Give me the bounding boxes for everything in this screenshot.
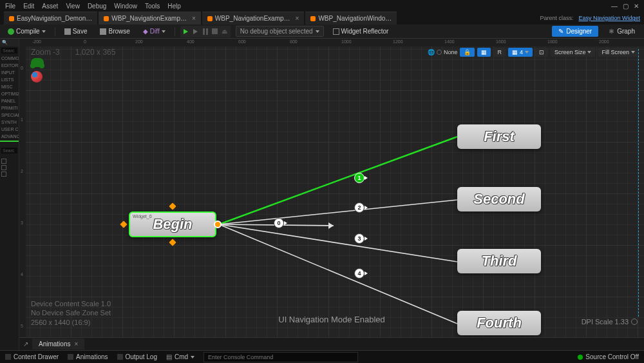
diff-icon: ◆ [143,28,148,35]
node-target-2[interactable]: Third [457,249,541,273]
output-port[interactable] [214,221,222,228]
node-target-0[interactable]: First [457,124,541,149]
save-button[interactable]: Save [61,26,91,36]
tab-3[interactable]: WBP_NavigationWindo… [305,12,397,25]
node-target-3[interactable]: Fourth [457,311,541,335]
stop-button[interactable] [211,27,220,36]
palette-category[interactable]: LISTS [0,76,19,83]
screen-size-select[interactable]: Screen Size [551,48,596,57]
widget-label: Widget_0 [133,214,152,219]
close-icon[interactable]: × [74,340,78,348]
widget-reflector-button[interactable]: Widget Reflector [329,26,393,36]
maximize-icon[interactable]: ▢ [623,3,629,10]
output-log-button[interactable]: Output Log [117,353,157,360]
play-button[interactable] [182,27,191,36]
minimize-icon[interactable]: — [611,3,618,10]
menu-asset[interactable]: Asset [42,3,58,10]
play-alt-button[interactable] [191,27,200,36]
palette-category[interactable]: ADVANCE [0,133,19,140]
menu-window[interactable]: Window [114,3,137,10]
palette-category[interactable]: EDITOR [0,62,19,69]
canvas-toolbar: 🌐None 🔒 ▦ R ▦4 ⊡ Screen Size Fill Screen [428,48,639,57]
tab-0[interactable]: EasyNavigation_Demon… [4,12,97,25]
animations-button[interactable]: Animations [68,353,108,360]
palette-category[interactable]: SYNTH [0,119,19,126]
content-drawer-button[interactable]: Content Drawer [5,353,59,360]
menu-debug[interactable]: Debug [88,3,106,10]
preview-device-icons [31,58,44,83]
palette-category[interactable]: PANEL [0,97,19,104]
ruler-horizontal: -200020040060080010001200140016001800200… [19,39,644,46]
node-label: Second [473,191,524,208]
layout-icon[interactable] [1,165,6,170]
debug-object-select[interactable]: No debug object selected [236,26,324,37]
animations-panel-tabs: ↗ Animations× [19,337,644,350]
palette-category[interactable]: SPECIAL [0,112,19,119]
eject-button[interactable]: ⏏ [220,27,229,36]
designer-canvas[interactable]: -200020040060080010001200140016001800200… [19,39,644,350]
node-label: Third [482,253,517,270]
gamepad-icon[interactable] [31,58,44,67]
palette-category[interactable]: OPTIMIZ [0,90,19,97]
canvas-bounds-line [638,49,639,317]
menu-view[interactable]: View [66,3,80,10]
nav-pin-2[interactable]: 2 [354,202,365,213]
nav-pin-3[interactable]: 3 [354,233,365,244]
nav-pin-0[interactable]: 0 [274,218,284,228]
palette-category[interactable]: USER CR [0,126,19,133]
pause-button[interactable] [201,27,210,36]
lock-button[interactable]: 🔒 [460,48,475,57]
palette-category[interactable]: COMMON [0,55,19,62]
tab-2[interactable]: WBP_NavigationExamp…× [202,12,305,25]
tab-animations[interactable]: Animations× [32,338,84,349]
palette-category[interactable]: INPUT [0,69,19,76]
hierarchy-search[interactable]: Searc [1,148,17,153]
blueprint-icon [104,16,109,21]
node-target-1[interactable]: Second [457,187,541,211]
parent-class-link[interactable]: Easy Navigation Widget [578,15,640,21]
compile-button[interactable]: Compile [4,26,50,36]
graph-button[interactable]: ⚛Graph [603,26,640,37]
node-begin[interactable]: Widget_0 Begin [129,211,216,237]
diff-button[interactable]: ◆Diff [139,26,169,36]
palette-category[interactable]: MISC [0,83,19,90]
tab-1[interactable]: WBP_NavigationExamp…× [99,12,201,25]
browse-icon [100,28,106,35]
zoom-fit-button[interactable]: ⊡ [535,48,548,57]
snap-icon: ▦ [512,49,518,55]
menu-bar: File Edit Asset View Debug Window Tools … [0,0,644,12]
close-icon[interactable]: × [296,15,299,22]
menu-help[interactable]: Help [167,3,181,10]
menu-file[interactable]: File [5,3,15,10]
nav-pin-1[interactable]: 1 [354,173,365,183]
search-label: 🔍 [0,39,19,46]
designer-button[interactable]: ✎Designer [552,26,598,37]
layout-icon[interactable] [1,159,6,164]
r-button[interactable]: R [493,48,506,57]
fill-screen-select[interactable]: Fill Screen [598,48,639,57]
menu-tools[interactable]: Tools [145,3,160,10]
check-icon [578,355,583,360]
palette-search[interactable]: Searc [1,48,17,54]
snap-button[interactable]: ▦4 [508,48,533,57]
browse-button[interactable]: Browse [96,26,133,36]
layout-icon[interactable] [1,172,6,177]
close-icon[interactable]: ✕ [634,3,639,10]
loc-none[interactable]: 🌐None [428,49,458,55]
source-control-button[interactable]: Source Control Off [578,353,639,360]
nav-pin-4[interactable]: 4 [354,268,365,279]
grid-button[interactable]: ▦ [477,48,491,57]
gear-icon[interactable] [631,319,638,325]
world-icon[interactable] [31,71,43,83]
cmd-select[interactable]: ▤Cmd [166,353,194,360]
palette-category[interactable]: PRIMITI [0,104,19,112]
check-icon [8,28,14,35]
dpi-scale[interactable]: DPI Scale 1.33 [582,318,638,326]
panel-handle-icon[interactable]: ↗ [19,340,32,348]
folder-icon [5,354,11,360]
ruler-vertical: 012345 [19,46,26,350]
palette-panel[interactable]: 🔍 Searc COMMONEDITORINPUTLISTSMISCOPTIMI… [0,39,19,350]
close-icon[interactable]: × [192,15,196,22]
console-input[interactable] [204,352,358,362]
menu-edit[interactable]: Edit [23,3,34,10]
